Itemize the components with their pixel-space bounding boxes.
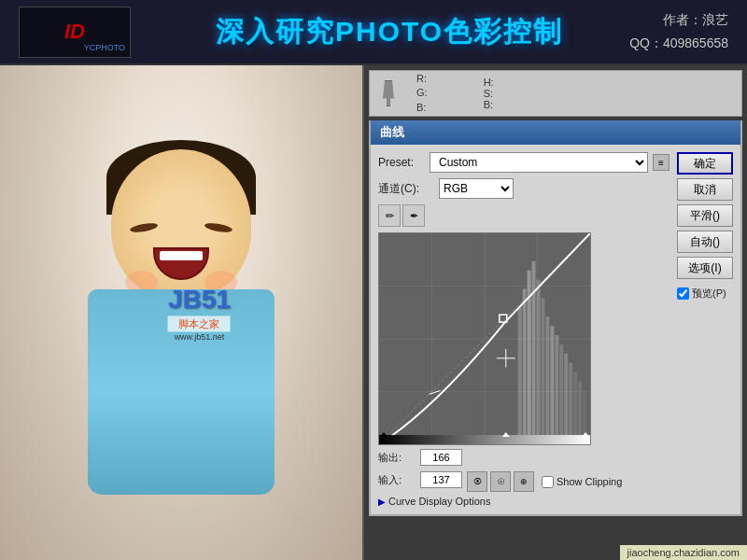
svg-rect-12 <box>541 298 544 444</box>
logo-subtext: YCPHOTO <box>84 43 125 52</box>
logo-area: ID YCPHOTO <box>19 7 131 58</box>
baby-eye-left <box>130 221 159 233</box>
title-area: 深入研究PHOTO色彩控制 <box>149 13 629 51</box>
output-input[interactable] <box>420 449 462 466</box>
curves-body: Preset: Custom ≡ 通道(C): RGB <box>371 145 740 514</box>
curves-title: 曲线 <box>380 124 404 141</box>
svg-rect-27 <box>379 435 590 444</box>
curve-display-label: Curve Display Options <box>388 496 490 507</box>
main-title: 深入研究PHOTO色彩控制 <box>216 13 563 51</box>
curve-display-options[interactable]: ▶ Curve Display Options <box>378 496 669 507</box>
eyedropper-white[interactable]: ⊕ <box>514 471 534 492</box>
baby-teeth <box>160 251 203 260</box>
s-label: S: <box>484 88 494 99</box>
svg-rect-17 <box>564 354 568 444</box>
channel-select[interactable]: RGB <box>439 178 514 199</box>
input-section: 输入: ⦿ ⦾ ⊕ Show Clipping <box>378 468 669 492</box>
watermark-sub: 脚本之家 <box>168 316 231 332</box>
hsb-values: H: S: B: <box>484 77 494 110</box>
curve-tools: ✏ ✒ <box>378 204 669 227</box>
preset-label: Preset: <box>378 156 425 169</box>
baby-photo: JB51 脚本之家 www.jb51.net <box>0 65 362 560</box>
dropper-icon <box>379 80 398 106</box>
curve-graph-container[interactable] <box>378 232 591 445</box>
input-label: 输入: <box>378 473 416 487</box>
watermark-url: www.jb51.net <box>168 332 231 342</box>
svg-rect-13 <box>545 316 549 444</box>
baby-eye-right <box>204 221 233 233</box>
eyedropper-black[interactable]: ⦿ <box>467 471 487 492</box>
svg-rect-15 <box>555 335 558 444</box>
curves-titlebar: 曲线 <box>371 120 740 145</box>
options-button[interactable]: 选项(I) <box>677 257 733 279</box>
baby-head <box>111 149 251 299</box>
right-panel: R: G: B: H: S: B: 曲线 Preset: <box>364 65 747 560</box>
author-area: 作者：浪艺 QQ：409865658 <box>629 8 728 55</box>
cancel-button[interactable]: 取消 <box>677 178 733 201</box>
r-label: R: <box>416 72 428 86</box>
svg-rect-10 <box>532 261 536 444</box>
svg-rect-16 <box>559 344 563 444</box>
svg-rect-19 <box>573 372 577 444</box>
rgb-values: R: G: B: <box>416 72 428 115</box>
clipping-check[interactable] <box>542 476 554 488</box>
h-label: H: <box>484 77 494 88</box>
preview-row: 预览(P) <box>677 287 733 301</box>
preset-select[interactable]: Custom <box>430 152 648 173</box>
content-area: JB51 脚本之家 www.jb51.net R: G: B: H: S: B: <box>0 65 747 560</box>
show-clipping-label: Show Clipping <box>557 476 622 487</box>
eyedropper-gray[interactable]: ⦾ <box>490 471 511 492</box>
bottom-watermark-text: jiaocheng.chazidian.com <box>627 547 740 558</box>
ok-button[interactable]: 确定 <box>677 152 733 175</box>
curves-left: Preset: Custom ≡ 通道(C): RGB <box>378 152 669 507</box>
preview-check[interactable] <box>677 287 689 300</box>
baby-face <box>120 196 242 289</box>
watermark: JB51 脚本之家 www.jb51.net <box>168 285 231 342</box>
show-clipping-checkbox[interactable]: Show Clipping <box>542 476 622 488</box>
rgb-info-bar: R: G: B: H: S: B: <box>369 70 742 117</box>
auto-button[interactable]: 自动() <box>677 231 733 253</box>
baby-mouth <box>153 247 209 280</box>
logo-main: ID <box>64 20 85 44</box>
author-label: 作者：浪艺 <box>629 8 728 32</box>
output-section: 输出: document.querySelector('[data-name="… <box>378 449 669 466</box>
photo-area: JB51 脚本之家 www.jb51.net <box>0 65 364 560</box>
svg-rect-11 <box>537 280 541 444</box>
svg-rect-8 <box>523 288 527 444</box>
b-label: B: <box>416 101 428 115</box>
curve-pencil-tool[interactable]: ✒ <box>402 204 425 227</box>
output-label: 输出: <box>378 451 416 465</box>
curve-graph-svg <box>379 233 590 444</box>
channel-label: 通道(C): <box>378 181 434 197</box>
channel-row: 通道(C): RGB <box>378 178 669 199</box>
eyedropper-tools: ⦿ ⦾ ⊕ Show Clipping <box>467 471 622 492</box>
baby-body <box>50 131 312 560</box>
b2-label: B: <box>484 99 494 110</box>
qq-label: QQ：409865658 <box>629 32 728 55</box>
svg-rect-14 <box>550 326 554 444</box>
g-label: G: <box>416 86 428 100</box>
bottom-watermark: jiaocheng.chazidian.com <box>620 545 747 560</box>
svg-rect-20 <box>578 382 582 444</box>
svg-rect-18 <box>569 363 572 444</box>
input-field[interactable] <box>420 471 462 488</box>
header: ID YCPHOTO 深入研究PHOTO色彩控制 作者：浪艺 QQ：409865… <box>0 0 747 65</box>
settings-icon[interactable]: ≡ <box>653 154 669 171</box>
curves-buttons: 确定 取消 平滑() 自动() 选项(I) 预览(P) <box>677 152 733 507</box>
watermark-main: JB51 <box>168 285 231 315</box>
preview-label: 预览(P) <box>692 287 726 301</box>
svg-rect-7 <box>518 307 522 444</box>
curve-pen-tool[interactable]: ✏ <box>378 204 401 227</box>
preset-row: Preset: Custom ≡ <box>378 152 669 173</box>
flat-button[interactable]: 平滑() <box>677 204 733 227</box>
curves-dialog: 曲线 Preset: Custom ≡ 通道(C): <box>369 120 742 516</box>
